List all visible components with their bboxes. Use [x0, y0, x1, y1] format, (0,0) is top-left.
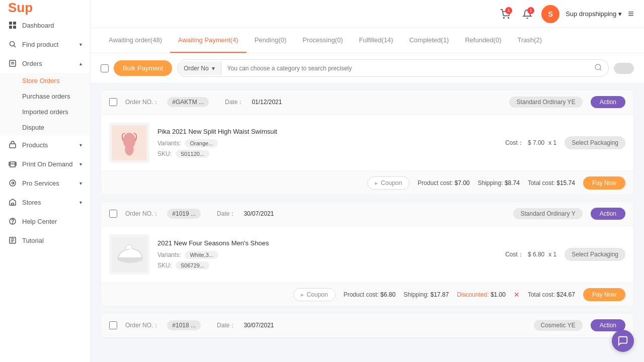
variants-row-2: Variants: White,3... — [157, 251, 497, 259]
svg-rect-2 — [9, 26, 12, 29]
sidebar-item-print-on-demand[interactable]: Print On Demand ▾ — [0, 154, 90, 173]
pay-now-button-2[interactable]: Pay Now — [583, 288, 625, 301]
sidebar-item-label: Pro Services — [22, 179, 59, 187]
search-input[interactable] — [221, 61, 588, 75]
coupon-button-2[interactable]: Coupon — [293, 288, 336, 301]
order-checkbox-3[interactable] — [109, 321, 117, 329]
sidebar-item-orders[interactable]: Orders ▴ — [0, 54, 90, 73]
order-no-badge-2[interactable]: #1019 ... — [167, 209, 201, 219]
close-discount-button-2[interactable]: ✕ — [514, 291, 520, 299]
order-checkbox-1[interactable] — [109, 98, 117, 106]
tab-pending[interactable]: Pending(0) — [247, 28, 295, 53]
tab-awaiting-order[interactable]: Awaiting order(48) — [101, 28, 170, 53]
total-cost-label-1: Total cost: $15.74 — [528, 179, 575, 187]
search-icon-button[interactable] — [588, 60, 608, 76]
sidebar-sub-item-store-orders[interactable]: Store Orders — [0, 73, 90, 88]
tab-completed[interactable]: Completed(1) — [401, 28, 457, 53]
bell-badge: 1 — [527, 7, 534, 14]
action-button-3[interactable]: Action — [591, 319, 625, 331]
sidebar-item-label: Orders — [22, 60, 42, 67]
sidebar-sub-item-dispute[interactable]: Dispute — [0, 120, 90, 135]
chevron-icon: ▾ — [79, 142, 82, 148]
coupon-button-1[interactable]: Coupon — [367, 176, 410, 190]
sidebar-item-dashboard[interactable]: Dashboard — [0, 16, 90, 35]
search-bar: Order No ▾ — [177, 59, 609, 77]
svg-point-22 — [125, 143, 134, 156]
svg-line-19 — [600, 69, 601, 70]
sidebar-item-help-center[interactable]: Help Center — [0, 212, 90, 231]
order-checkbox-2[interactable] — [109, 210, 117, 218]
print-icon — [8, 159, 17, 168]
tab-trash[interactable]: Trash(2) — [509, 28, 550, 53]
tab-refunded[interactable]: Refunded(0) — [457, 28, 509, 53]
sidebar-item-stores[interactable]: Stores ▾ — [0, 193, 90, 212]
filter-toggle[interactable] — [614, 63, 634, 74]
hamburger-menu[interactable]: ≡ — [628, 8, 634, 20]
chevron-up-icon: ▴ — [79, 61, 82, 66]
cost-label-1: Cost： — [505, 139, 524, 147]
select-packaging-button-1[interactable]: Select Packaging — [565, 136, 625, 149]
chat-bubble[interactable] — [612, 330, 634, 352]
order-no-label: Order NO.： — [125, 210, 159, 218]
sku-row-1: SKU: S01120... — [157, 150, 497, 158]
tab-awaiting-payment[interactable]: Awaiting Payment(4) — [170, 28, 247, 53]
order-date-1: 01/12/2021 — [252, 99, 282, 106]
product-cost-label-1: Product cost: $7.00 — [418, 179, 469, 187]
svg-point-17 — [508, 17, 509, 18]
sidebar-sub-item-purchase-orders[interactable]: Purchase orders — [0, 88, 90, 104]
cart-badge: 1 — [505, 7, 512, 14]
action-button-2[interactable]: Action — [591, 208, 625, 220]
variant-tag-2[interactable]: White,3... — [185, 251, 218, 259]
sidebar: Sup Dashboard Find product ▾ Orders ▴ — [0, 0, 91, 362]
orders-submenu: Store Orders Purchase orders Imported or… — [0, 73, 90, 135]
order-date-2: 30/07/2021 — [244, 210, 274, 217]
select-packaging-button-2[interactable]: Select Packaging — [565, 248, 625, 261]
tab-fulfilled[interactable]: Fulfilled(14) — [351, 28, 401, 53]
bell-icon-btn[interactable]: 1 — [519, 6, 535, 22]
order-no-label: Order NO.： — [125, 98, 159, 107]
search-category-dropdown[interactable]: Order No ▾ — [178, 61, 221, 75]
tabs-bar: Awaiting order(48) Awaiting Payment(4) P… — [91, 28, 644, 53]
sidebar-item-find-product[interactable]: Find product ▾ — [0, 35, 90, 54]
order-card-2: Order NO.： #1019 ... Date： 30/07/2021 St… — [101, 201, 634, 307]
product-meta-1: Variants: Orange... SKU: S01120... — [157, 139, 497, 158]
cart-icon-btn[interactable]: 1 — [497, 6, 513, 22]
svg-point-14 — [13, 223, 13, 223]
sidebar-item-products[interactable]: Products ▾ — [0, 135, 90, 154]
svg-rect-1 — [13, 22, 16, 25]
tab-processing[interactable]: Processing(0) — [294, 28, 351, 53]
order-status-2: Standard Ordinary Y — [513, 208, 582, 219]
order-no-badge-3[interactable]: #1018 ... — [167, 320, 201, 330]
product-info-1: Pika 2021 New Split High Waist Swimsuit … — [157, 128, 497, 158]
sidebar-item-tutorial[interactable]: Tutorial — [0, 231, 90, 250]
user-name[interactable]: Sup dropshipping ▾ — [566, 10, 622, 18]
select-all-checkbox[interactable] — [101, 64, 109, 72]
cost-label-2: Cost： — [505, 250, 524, 259]
variants-label-1: Variants: — [157, 140, 181, 147]
shipping-cost-label-2: Shipping: $17.87 — [404, 291, 449, 298]
order-footer-2: Coupon Product cost: $6.80 Shipping: $17… — [101, 283, 633, 306]
action-button-1[interactable]: Action — [591, 96, 625, 108]
orders-icon — [8, 59, 17, 68]
cost-value-2: $ 6.80 — [528, 251, 544, 258]
orders-list: Order NO.： #GAKTM ... Date： 01/12/2021 S… — [91, 83, 644, 344]
order-date-label: Date： — [217, 210, 235, 218]
variants-row-1: Variants: Orange... — [157, 139, 497, 147]
dashboard-icon — [8, 21, 17, 30]
variant-tag-1[interactable]: Orange... — [185, 139, 218, 147]
chevron-icon: ▾ — [79, 180, 82, 186]
order-no-badge-1[interactable]: #GAKTM ... — [167, 97, 209, 107]
pay-now-button-1[interactable]: Pay Now — [583, 176, 625, 190]
order-date-3: 30/07/2021 — [244, 322, 274, 329]
sidebar-item-pro-services[interactable]: Pro Services ▾ — [0, 173, 90, 193]
svg-rect-12 — [12, 203, 14, 205]
product-info-2: 2021 New Four Seasons Men's Shoes Varian… — [157, 239, 497, 269]
sidebar-sub-item-imported-orders[interactable]: Imported orders — [0, 104, 90, 120]
topbar-icons: 1 1 S Sup dropshipping ▾ ≡ — [497, 5, 634, 23]
order-status-3: Cosmetic YE — [534, 320, 583, 331]
topbar: 1 1 S Sup dropshipping ▾ ≡ — [91, 0, 644, 28]
svg-line-5 — [14, 46, 16, 48]
bulk-payment-button[interactable]: Bulk Payment — [114, 60, 172, 76]
svg-rect-10 — [10, 164, 15, 167]
sidebar-nav: Dashboard Find product ▾ Orders ▴ Store … — [0, 16, 90, 362]
